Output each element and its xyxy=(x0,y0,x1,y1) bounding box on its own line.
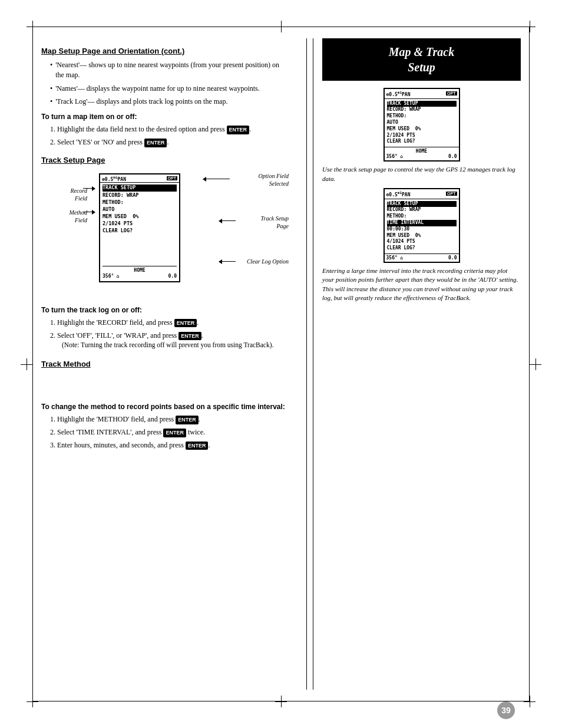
label-track-setup-page: Track SetupPage xyxy=(236,215,289,230)
crosshair-topleft xyxy=(27,21,38,32)
screen-record: RECORD: WRAP xyxy=(103,192,177,199)
track-method-title: Track Method xyxy=(41,360,289,368)
method-step3: 3. Enter hours, minutes, and seconds, an… xyxy=(50,440,289,450)
crosshair-top-center xyxy=(275,21,287,32)
bullet-names-text: 'Names'— displays the waypoint name for … xyxy=(55,84,260,93)
screen2-header: ⊕0.5miPAN OPT xyxy=(385,189,459,199)
screen1-signal: ⊕0.5miPAN xyxy=(386,90,411,97)
screen2-method-highlighted: TIME INTERVAL xyxy=(387,220,457,226)
screen-footer: HOME 356° ⌂ 0.0 xyxy=(103,266,177,279)
track-log-step2: 2. Select 'OFF', 'FILL', or 'WRAP', and … xyxy=(50,331,289,351)
time-interval-title: To change the method to record points ba… xyxy=(41,403,289,411)
screen-header: ⊕0.5miPAN OPT xyxy=(100,174,179,183)
home-label: HOME xyxy=(103,268,177,273)
screen1-clear: CLEAR LOG? xyxy=(387,139,457,145)
screen2-title-highlighted: TRACK SETUP xyxy=(387,201,457,207)
right-column: Map & Track Setup ⊕0.5miPAN OPT TRACK SE… xyxy=(313,38,521,690)
screen2-nav: 356° ⌂ 0.0 xyxy=(386,255,457,261)
screen-method-value: AUTO xyxy=(103,206,177,213)
crosshair-bottom-center xyxy=(275,696,287,707)
crosshair-right-center xyxy=(530,358,541,370)
screen1-nav: 356° ⌂ 0.0 xyxy=(386,154,457,159)
screen1-record: RECORD: WRAP xyxy=(387,107,457,113)
crosshair-topright xyxy=(524,21,535,32)
screen-title-highlighted: TRACK SETUP xyxy=(103,185,177,192)
bullet-tracklog-text: 'Track Log'— displays and plots track lo… xyxy=(55,97,227,106)
track-setup-section: Track Setup Page RecordField MethodField… xyxy=(41,156,289,350)
column-divider xyxy=(306,38,307,690)
screen-method-label: METHOD: xyxy=(103,199,177,206)
map-setup-section: Map Setup Page and Orientation (cont.) •… xyxy=(41,47,289,147)
gps-screen-right-2: ⊕0.5miPAN OPT TRACK SETUP RECORD: WRAP M… xyxy=(384,188,460,263)
step-2a: 2. Select 'YES' or 'NO' and press ENTER. xyxy=(50,137,289,147)
screen2-bearing: 356° ⌂ xyxy=(386,255,404,261)
method-step1: 1. Highlight the 'METHOD' field, and pre… xyxy=(50,414,289,424)
track-setup-title: Track Setup Page xyxy=(41,156,289,164)
caption2: Entering a large time interval into the … xyxy=(322,266,521,303)
opt-button: OPT xyxy=(167,176,177,180)
arrow-track-setup xyxy=(219,220,236,221)
step-1a: 1. Highlight the data field next to the … xyxy=(50,124,289,134)
border-left xyxy=(32,27,33,701)
label-method-field: MethodField xyxy=(47,209,87,224)
screen1-method-label: METHOD: xyxy=(387,113,457,120)
bullet-nearest: • 'Nearest'— shows up to nine nearest wa… xyxy=(50,60,289,80)
screen1-bearing: 356° ⌂ xyxy=(386,154,404,159)
crosshair-bottomright xyxy=(524,696,535,707)
method-step2: 2. Select 'TIME INTERVAL', and press ENT… xyxy=(50,427,289,437)
screen2-signal: ⊕0.5miPAN xyxy=(386,190,411,197)
arrow-method xyxy=(83,212,95,212)
label-option-field: Option FieldSelected xyxy=(230,172,289,187)
screen2-body: TRACK SETUP RECORD: WRAP METHOD: TIME IN… xyxy=(385,199,459,253)
enter-btn-2a: ENTER xyxy=(144,139,167,147)
screen1-method-value: AUTO xyxy=(387,120,457,126)
screen1-opt: OPT xyxy=(446,91,457,95)
screen2-clear: CLEAR LOG? xyxy=(387,245,457,252)
left-column: Map Setup Page and Orientation (cont.) •… xyxy=(41,38,300,690)
screen-clear-log: CLEAR LOG? xyxy=(103,228,177,235)
note-tracback: (Note: Turning the track recording off w… xyxy=(62,341,273,348)
track-log-step1: 1. Highlight the 'RECORD' field, and pre… xyxy=(50,318,289,328)
caption1: Use the track setup page to control the … xyxy=(322,165,521,183)
screen-body: TRACK SETUP RECORD: WRAP METHOD: AUTO ME… xyxy=(100,183,179,236)
track-method-section: Track Method To change the method to rec… xyxy=(41,360,289,450)
crosshair-bottomleft xyxy=(27,696,38,707)
screen1-pts: 2/1024 PTS xyxy=(387,133,457,139)
arrow-option xyxy=(203,179,230,179)
screen1-body: TRACK SETUP RECORD: WRAP METHOD: AUTO ME… xyxy=(385,99,459,147)
screen1-title-highlighted: TRACK SETUP xyxy=(387,101,457,107)
screen2-record: RECORD: WRAP xyxy=(387,207,457,213)
enter-btn-tl1: ENTER xyxy=(174,319,197,328)
arrow-record xyxy=(83,188,95,189)
screen2-speed: 0.0 xyxy=(448,255,457,261)
screen2-footer: 356° ⌂ 0.0 xyxy=(385,253,459,262)
label-clear-log-option: Clear Log Option xyxy=(236,258,289,265)
enter-btn-tl2: ENTER xyxy=(178,332,201,341)
track-log-title: To turn the track log on or off: xyxy=(41,306,289,314)
track-setup-diagram: RecordField MethodField ⊕0.5miPAN OPT TR… xyxy=(47,170,289,300)
page-number: 39 xyxy=(497,701,515,719)
bullet-names: • 'Names'— displays the waypoint name fo… xyxy=(50,84,289,94)
arrow-clear-log xyxy=(219,261,236,262)
crosshair-left-center xyxy=(21,358,32,370)
enter-btn-1a: ENTER xyxy=(227,126,250,134)
gps-screen-diagram: ⊕0.5miPAN OPT TRACK SETUP RECORD: WRAP M… xyxy=(99,173,180,282)
screen1-speed: 0.0 xyxy=(448,154,457,159)
screen2-mem: MEM USED 0% xyxy=(387,233,457,239)
page-content: Map Setup Page and Orientation (cont.) •… xyxy=(41,38,521,690)
label-record-field: RecordField xyxy=(47,187,87,202)
screen1-mem: MEM USED 0% xyxy=(387,126,457,133)
arrowhead-track xyxy=(219,219,222,223)
map-item-on-off-title: To turn a map item on or off: xyxy=(41,113,289,121)
screen2-opt: OPT xyxy=(446,192,457,196)
enter-btn-m3: ENTER xyxy=(186,442,209,450)
screen-mem-used: MEM USED 0% xyxy=(103,213,177,220)
sidebar-title: Map & Track Setup xyxy=(322,38,521,81)
screen1-home: HOME xyxy=(386,149,457,154)
map-setup-title: Map Setup Page and Orientation (cont.) xyxy=(41,47,289,55)
screen2-pts: 4/1024 PTS xyxy=(387,239,457,245)
bullet-tracklog: • 'Track Log'— displays and plots track … xyxy=(50,97,289,107)
header-signal: ⊕0.5miPAN xyxy=(102,175,126,182)
bullet-nearest-text: 'Nearest'— shows up to nine nearest wayp… xyxy=(55,61,279,79)
footer-nav: 356° ⌂ 0.0 xyxy=(103,274,177,279)
